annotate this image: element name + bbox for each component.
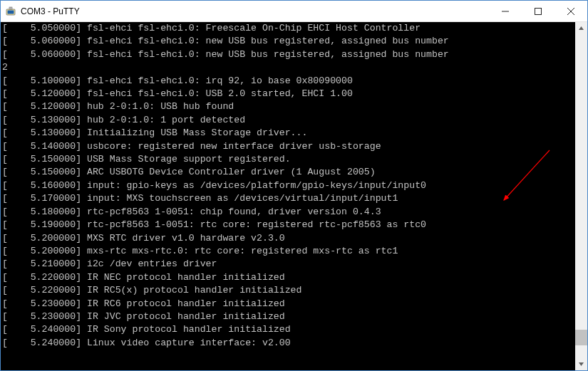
terminal-output[interactable]: [ 5.050000] fsl-ehci fsl-ehci.0: Freesca… bbox=[1, 22, 575, 370]
window-buttons bbox=[489, 1, 587, 21]
vertical-scrollbar[interactable] bbox=[575, 22, 587, 370]
putty-window: COM3 - PuTTY [ 5.050000] fsl-ehci fsl-eh… bbox=[0, 0, 588, 371]
titlebar[interactable]: COM3 - PuTTY bbox=[1, 1, 587, 22]
scroll-thumb[interactable] bbox=[575, 330, 587, 345]
svg-rect-5 bbox=[535, 8, 542, 14]
window-title: COM3 - PuTTY bbox=[21, 6, 80, 16]
terminal-area: [ 5.050000] fsl-ehci fsl-ehci.0: Freesca… bbox=[1, 22, 587, 370]
close-button[interactable] bbox=[555, 1, 587, 21]
scroll-track[interactable] bbox=[575, 34, 587, 358]
scroll-up-button[interactable] bbox=[575, 22, 587, 34]
minimize-button[interactable] bbox=[489, 1, 522, 21]
putty-icon bbox=[5, 6, 16, 17]
scroll-down-button[interactable] bbox=[575, 358, 587, 370]
maximize-button[interactable] bbox=[522, 1, 555, 21]
svg-rect-1 bbox=[8, 10, 14, 14]
